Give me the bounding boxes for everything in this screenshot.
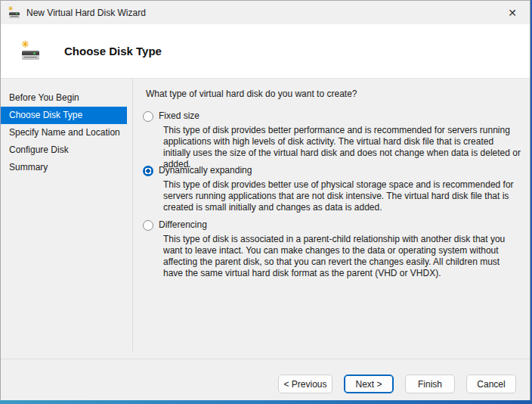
page-title: Choose Disk Type [64,45,162,57]
radio-label[interactable]: Differencing [159,219,207,231]
wizard-window: ✳ New Virtual Hard Disk Wizard ✕ ✳ Choos… [0,0,530,400]
finish-button[interactable]: Finish [405,374,455,393]
wizard-steps-sidebar: Before You Begin Choose Disk Type Specif… [1,79,133,351]
radio-fixed-size[interactable]: Fixed size [143,110,200,122]
sidebar-item-configure-disk[interactable]: Configure Disk [1,141,127,159]
next-button[interactable]: Next > [344,374,394,393]
radio-label[interactable]: Fixed size [159,110,200,122]
close-icon[interactable]: ✕ [495,1,530,24]
radio-button-icon[interactable] [143,220,153,231]
radio-button-icon[interactable] [143,111,153,122]
wizard-body: Before You Begin Choose Disk Type Specif… [1,79,530,359]
hard-disk-new-icon: ✳ [8,7,20,19]
previous-button[interactable]: < Previous [278,374,332,393]
sidebar-item-summary[interactable]: Summary [1,159,127,176]
radio-label[interactable]: Dynamically expanding [159,165,252,176]
wizard-content: What type of virtual hard disk do you wa… [134,79,530,359]
wizard-footer: < Previous Next > Finish Cancel [1,359,530,400]
dynamically-expanding-description: This type of disk provides better use of… [163,179,521,213]
sidebar-item-before-you-begin[interactable]: Before You Begin [1,89,127,107]
sidebar-item-choose-disk-type[interactable]: Choose Disk Type [1,107,127,124]
radio-dynamically-expanding[interactable]: Dynamically expanding [143,165,252,176]
radio-differencing[interactable]: Differencing [143,219,207,231]
window-title: New Virtual Hard Disk Wizard [26,8,146,18]
differencing-description: This type of disk is associated in a par… [163,234,521,279]
hard-disk-new-icon: ✳ [21,42,41,61]
radio-button-checked-icon[interactable] [143,166,153,176]
question-label: What type of virtual hard disk do you wa… [146,89,357,100]
cancel-button[interactable]: Cancel [466,374,516,393]
title-bar: ✳ New Virtual Hard Disk Wizard ✕ [1,1,530,24]
sidebar-item-specify-name-and-location[interactable]: Specify Name and Location [1,124,127,141]
fixed-size-description: This type of disk provides better perfor… [163,125,521,170]
wizard-header: ✳ Choose Disk Type [1,24,530,79]
